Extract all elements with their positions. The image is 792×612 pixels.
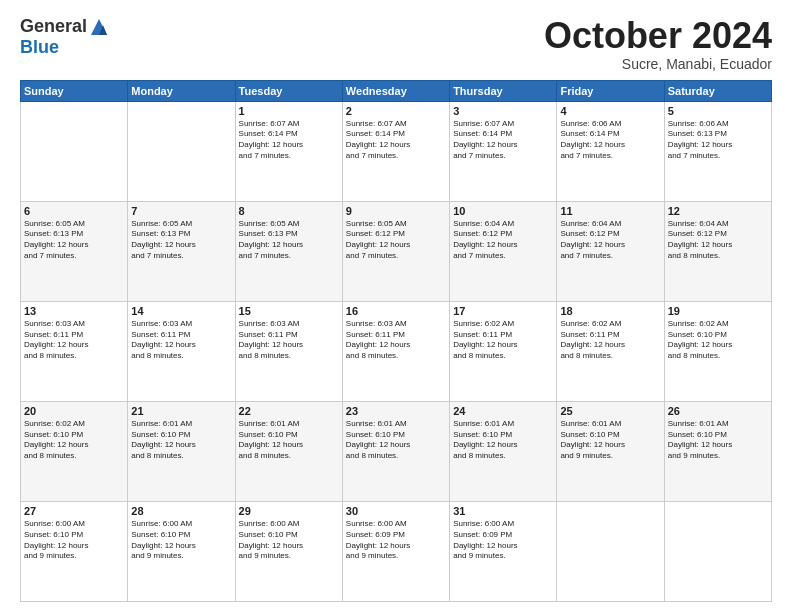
cell-info: Sunrise: 6:03 AM Sunset: 6:11 PM Dayligh… [131,319,231,362]
logo-general: General [20,16,87,37]
table-row: 30Sunrise: 6:00 AM Sunset: 6:09 PM Dayli… [342,501,449,601]
header-thursday: Thursday [450,80,557,101]
day-number: 28 [131,505,231,517]
table-row: 14Sunrise: 6:03 AM Sunset: 6:11 PM Dayli… [128,301,235,401]
table-row: 16Sunrise: 6:03 AM Sunset: 6:11 PM Dayli… [342,301,449,401]
calendar-week-row: 1Sunrise: 6:07 AM Sunset: 6:14 PM Daylig… [21,101,772,201]
day-number: 15 [239,305,339,317]
table-row [664,501,771,601]
logo-icon [89,17,109,37]
cell-info: Sunrise: 6:04 AM Sunset: 6:12 PM Dayligh… [668,219,768,262]
day-number: 17 [453,305,553,317]
month-title: October 2024 [544,16,772,56]
calendar-week-row: 13Sunrise: 6:03 AM Sunset: 6:11 PM Dayli… [21,301,772,401]
table-row: 29Sunrise: 6:00 AM Sunset: 6:10 PM Dayli… [235,501,342,601]
table-row: 20Sunrise: 6:02 AM Sunset: 6:10 PM Dayli… [21,401,128,501]
day-number: 2 [346,105,446,117]
day-number: 18 [560,305,660,317]
day-number: 22 [239,405,339,417]
cell-info: Sunrise: 6:01 AM Sunset: 6:10 PM Dayligh… [131,419,231,462]
table-row: 7Sunrise: 6:05 AM Sunset: 6:13 PM Daylig… [128,201,235,301]
logo-blue: Blue [20,37,59,58]
header-wednesday: Wednesday [342,80,449,101]
cell-info: Sunrise: 6:00 AM Sunset: 6:09 PM Dayligh… [346,519,446,562]
calendar-week-row: 20Sunrise: 6:02 AM Sunset: 6:10 PM Dayli… [21,401,772,501]
table-row [557,501,664,601]
calendar-header-row: Sunday Monday Tuesday Wednesday Thursday… [21,80,772,101]
subtitle: Sucre, Manabi, Ecuador [544,56,772,72]
day-number: 25 [560,405,660,417]
cell-info: Sunrise: 6:00 AM Sunset: 6:10 PM Dayligh… [24,519,124,562]
table-row: 4Sunrise: 6:06 AM Sunset: 6:14 PM Daylig… [557,101,664,201]
page: General Blue October 2024 Sucre, Manabi,… [0,0,792,612]
header-monday: Monday [128,80,235,101]
day-number: 26 [668,405,768,417]
header-saturday: Saturday [664,80,771,101]
table-row: 17Sunrise: 6:02 AM Sunset: 6:11 PM Dayli… [450,301,557,401]
cell-info: Sunrise: 6:02 AM Sunset: 6:11 PM Dayligh… [560,319,660,362]
cell-info: Sunrise: 6:07 AM Sunset: 6:14 PM Dayligh… [346,119,446,162]
cell-info: Sunrise: 6:03 AM Sunset: 6:11 PM Dayligh… [239,319,339,362]
cell-info: Sunrise: 6:05 AM Sunset: 6:12 PM Dayligh… [346,219,446,262]
table-row: 1Sunrise: 6:07 AM Sunset: 6:14 PM Daylig… [235,101,342,201]
table-row: 10Sunrise: 6:04 AM Sunset: 6:12 PM Dayli… [450,201,557,301]
cell-info: Sunrise: 6:01 AM Sunset: 6:10 PM Dayligh… [453,419,553,462]
cell-info: Sunrise: 6:02 AM Sunset: 6:10 PM Dayligh… [24,419,124,462]
cell-info: Sunrise: 6:06 AM Sunset: 6:14 PM Dayligh… [560,119,660,162]
cell-info: Sunrise: 6:01 AM Sunset: 6:10 PM Dayligh… [560,419,660,462]
table-row: 12Sunrise: 6:04 AM Sunset: 6:12 PM Dayli… [664,201,771,301]
cell-info: Sunrise: 6:05 AM Sunset: 6:13 PM Dayligh… [24,219,124,262]
title-block: October 2024 Sucre, Manabi, Ecuador [544,16,772,72]
day-number: 29 [239,505,339,517]
day-number: 4 [560,105,660,117]
day-number: 5 [668,105,768,117]
header-sunday: Sunday [21,80,128,101]
table-row: 31Sunrise: 6:00 AM Sunset: 6:09 PM Dayli… [450,501,557,601]
cell-info: Sunrise: 6:02 AM Sunset: 6:10 PM Dayligh… [668,319,768,362]
table-row [128,101,235,201]
table-row: 25Sunrise: 6:01 AM Sunset: 6:10 PM Dayli… [557,401,664,501]
table-row: 21Sunrise: 6:01 AM Sunset: 6:10 PM Dayli… [128,401,235,501]
day-number: 7 [131,205,231,217]
table-row: 18Sunrise: 6:02 AM Sunset: 6:11 PM Dayli… [557,301,664,401]
day-number: 20 [24,405,124,417]
day-number: 16 [346,305,446,317]
table-row: 6Sunrise: 6:05 AM Sunset: 6:13 PM Daylig… [21,201,128,301]
table-row: 27Sunrise: 6:00 AM Sunset: 6:10 PM Dayli… [21,501,128,601]
cell-info: Sunrise: 6:00 AM Sunset: 6:09 PM Dayligh… [453,519,553,562]
calendar-table: Sunday Monday Tuesday Wednesday Thursday… [20,80,772,602]
cell-info: Sunrise: 6:07 AM Sunset: 6:14 PM Dayligh… [239,119,339,162]
cell-info: Sunrise: 6:01 AM Sunset: 6:10 PM Dayligh… [239,419,339,462]
table-row: 8Sunrise: 6:05 AM Sunset: 6:13 PM Daylig… [235,201,342,301]
logo: General Blue [20,16,109,58]
day-number: 27 [24,505,124,517]
header-friday: Friday [557,80,664,101]
cell-info: Sunrise: 6:00 AM Sunset: 6:10 PM Dayligh… [131,519,231,562]
day-number: 13 [24,305,124,317]
cell-info: Sunrise: 6:06 AM Sunset: 6:13 PM Dayligh… [668,119,768,162]
table-row: 2Sunrise: 6:07 AM Sunset: 6:14 PM Daylig… [342,101,449,201]
cell-info: Sunrise: 6:04 AM Sunset: 6:12 PM Dayligh… [560,219,660,262]
day-number: 31 [453,505,553,517]
table-row: 3Sunrise: 6:07 AM Sunset: 6:14 PM Daylig… [450,101,557,201]
day-number: 8 [239,205,339,217]
day-number: 9 [346,205,446,217]
day-number: 1 [239,105,339,117]
cell-info: Sunrise: 6:02 AM Sunset: 6:11 PM Dayligh… [453,319,553,362]
cell-info: Sunrise: 6:07 AM Sunset: 6:14 PM Dayligh… [453,119,553,162]
table-row: 22Sunrise: 6:01 AM Sunset: 6:10 PM Dayli… [235,401,342,501]
day-number: 10 [453,205,553,217]
table-row: 19Sunrise: 6:02 AM Sunset: 6:10 PM Dayli… [664,301,771,401]
table-row: 28Sunrise: 6:00 AM Sunset: 6:10 PM Dayli… [128,501,235,601]
table-row: 15Sunrise: 6:03 AM Sunset: 6:11 PM Dayli… [235,301,342,401]
table-row: 13Sunrise: 6:03 AM Sunset: 6:11 PM Dayli… [21,301,128,401]
cell-info: Sunrise: 6:01 AM Sunset: 6:10 PM Dayligh… [346,419,446,462]
table-row: 24Sunrise: 6:01 AM Sunset: 6:10 PM Dayli… [450,401,557,501]
day-number: 24 [453,405,553,417]
day-number: 6 [24,205,124,217]
day-number: 3 [453,105,553,117]
cell-info: Sunrise: 6:00 AM Sunset: 6:10 PM Dayligh… [239,519,339,562]
day-number: 14 [131,305,231,317]
cell-info: Sunrise: 6:04 AM Sunset: 6:12 PM Dayligh… [453,219,553,262]
cell-info: Sunrise: 6:05 AM Sunset: 6:13 PM Dayligh… [239,219,339,262]
